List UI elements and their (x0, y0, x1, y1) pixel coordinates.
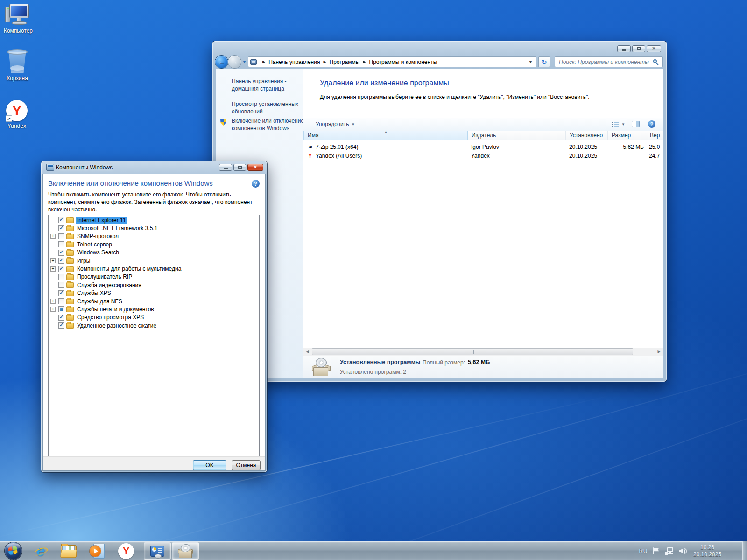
scrollbar-thumb[interactable] (312, 348, 633, 355)
language-indicator[interactable]: RU (639, 548, 648, 554)
feature-checkbox[interactable]: ✓ (58, 290, 64, 296)
dialog-footer: OK Отмена (43, 456, 265, 470)
sidebar-link-home[interactable]: Панель управления - домашняя страница (232, 77, 302, 92)
expand-icon[interactable]: + (50, 266, 56, 272)
views-dropdown-icon[interactable]: ▼ (621, 122, 625, 126)
control-panel-icon (150, 546, 164, 557)
sort-ascending-icon: ▲ (384, 130, 388, 133)
feature-checkbox[interactable]: ✓ (58, 315, 64, 321)
column-header-size[interactable]: Размер (608, 131, 646, 140)
desktop-icon-computer[interactable]: Компьютер (0, 4, 39, 34)
feature-item[interactable]: +Прослушиватель RIP (49, 273, 259, 281)
feature-checkbox[interactable]: ✓ (58, 266, 64, 272)
feature-item[interactable]: +Служба индексирования (49, 281, 259, 289)
feature-checkbox[interactable]: ✓ (58, 322, 64, 329)
search-icon[interactable] (653, 59, 659, 65)
program-row[interactable]: 7z7-Zip 25.01 (x64)Igor Pavlov20.10.2025… (303, 142, 663, 151)
program-row[interactable]: YYandex (All Users)Yandex20.10.202524.7 (303, 151, 663, 160)
breadcrumb-programs-features[interactable]: Программы и компоненты (369, 59, 437, 65)
expand-icon[interactable]: + (50, 234, 56, 239)
column-header-installed[interactable]: Установлено (566, 131, 608, 140)
scroll-left-icon[interactable]: ◀ (303, 348, 311, 356)
horizontal-scrollbar[interactable]: ◀ ▶ (303, 348, 663, 356)
feature-checkbox[interactable] (58, 241, 64, 247)
programs-list: 7z7-Zip 25.01 (x64)Igor Pavlov20.10.2025… (303, 142, 663, 160)
feature-checkbox[interactable] (58, 233, 64, 239)
feature-label: Игры (76, 257, 92, 265)
ok-button[interactable]: OK (193, 460, 226, 470)
action-center-icon[interactable] (653, 547, 659, 554)
feature-checkbox[interactable] (58, 274, 64, 280)
network-icon[interactable] (665, 547, 673, 555)
scroll-right-icon[interactable]: ▶ (655, 348, 663, 356)
back-button[interactable]: ← (215, 56, 228, 68)
folder-icon (66, 299, 74, 304)
taskbar-window-installer[interactable] (172, 542, 199, 560)
feature-checkbox[interactable]: ✓ (58, 250, 64, 256)
feature-item[interactable]: +SNMP-протокол (49, 232, 259, 240)
taskbar-yandex[interactable]: Y (118, 543, 134, 559)
desktop-icon-recycle-bin[interactable]: Корзина (0, 49, 38, 82)
address-bar[interactable]: ▶ Панель управления ▶ Программы ▶ Програ… (248, 56, 536, 67)
feature-label: Служба индексирования (76, 281, 143, 289)
address-dropdown-icon[interactable]: ▼ (529, 60, 533, 64)
feature-checkbox[interactable]: ✓ (58, 258, 64, 264)
status-count: Установлено программ: 2 (340, 369, 406, 375)
sidebar-link-windows-features[interactable]: Включение или отключение компонентов Win… (232, 117, 313, 132)
minimize-button[interactable] (617, 45, 631, 52)
feature-item[interactable]: +✓Службы XPS (49, 289, 259, 297)
desktop-icon-yandex[interactable]: Y ↗ Yandex (0, 100, 38, 129)
feature-checkbox[interactable]: ✓ (58, 217, 64, 223)
feature-item[interactable]: +✓Microsoft .NET Framework 3.5.1 (49, 224, 259, 232)
close-button[interactable]: × (247, 164, 263, 171)
close-button[interactable]: × (647, 45, 661, 52)
feature-item[interactable]: +✓Игры (49, 257, 259, 265)
maximize-button[interactable] (233, 164, 246, 171)
breadcrumb-control-panel[interactable]: Панель управления (268, 59, 320, 65)
feature-item[interactable]: +✓Internet Explorer 11 (49, 216, 259, 224)
volume-icon[interactable] (679, 547, 687, 555)
cancel-button[interactable]: Отмена (232, 460, 261, 470)
taskbar-window-control-panel[interactable] (144, 542, 171, 560)
search-input[interactable]: Поиск: Программы и компоненты (555, 56, 663, 67)
preview-pane-icon[interactable] (632, 121, 640, 127)
feature-checkbox[interactable]: ✓ (58, 225, 64, 231)
taskbar-internet-explorer[interactable]: e (33, 543, 49, 559)
feature-item[interactable]: +✓Компоненты для работы с мультимедиа (49, 265, 259, 273)
help-icon[interactable]: ? (252, 180, 260, 188)
expand-icon[interactable]: + (50, 299, 56, 304)
feature-item[interactable]: +Telnet-сервер (49, 240, 259, 248)
show-desktop-button[interactable] (742, 541, 747, 560)
column-header-version[interactable]: Вер (646, 131, 663, 140)
feature-item[interactable]: +✓Удаленное разностное сжатие (49, 322, 259, 329)
status-size-value: 5,62 МБ (468, 359, 490, 365)
help-icon[interactable]: ? (648, 120, 655, 128)
sidebar-link-updates[interactable]: Просмотр установленных обновлений (232, 100, 306, 115)
dialog-icon (46, 164, 54, 171)
feature-checkbox[interactable] (58, 298, 64, 304)
history-dropdown-icon[interactable]: ▼ (242, 60, 247, 64)
column-header-name[interactable]: Имя▲ (303, 131, 468, 140)
start-button[interactable] (5, 542, 22, 560)
expand-icon[interactable]: + (50, 258, 56, 263)
column-header-publisher[interactable]: Издатель (468, 131, 566, 140)
expand-icon[interactable]: + (50, 307, 56, 312)
feature-checkbox[interactable] (58, 306, 64, 312)
forward-button[interactable]: → (228, 56, 241, 68)
refresh-button[interactable]: ↻ (538, 56, 550, 67)
feature-item[interactable]: +✓Средство просмотра XPS (49, 314, 259, 322)
views-icon[interactable] (612, 121, 619, 127)
feature-item[interactable]: +✓Windows Search (49, 249, 259, 257)
maximize-button[interactable] (632, 45, 645, 52)
feature-checkbox[interactable] (58, 282, 64, 288)
taskbar-clock[interactable]: 10:26 20.10.2025 (693, 544, 721, 558)
taskbar-media-player[interactable] (90, 543, 106, 559)
feature-label: Службы XPS (76, 289, 113, 297)
organize-button[interactable]: Упорядочить▼ (316, 121, 355, 127)
breadcrumb-programs[interactable]: Программы (330, 59, 360, 65)
taskbar-explorer[interactable] (61, 543, 77, 559)
feature-item[interactable]: +Службы печати и документов (49, 305, 259, 313)
feature-item[interactable]: +Службы для NFS (49, 297, 259, 305)
control-panel-icon (250, 59, 257, 65)
minimize-button[interactable] (219, 164, 232, 171)
